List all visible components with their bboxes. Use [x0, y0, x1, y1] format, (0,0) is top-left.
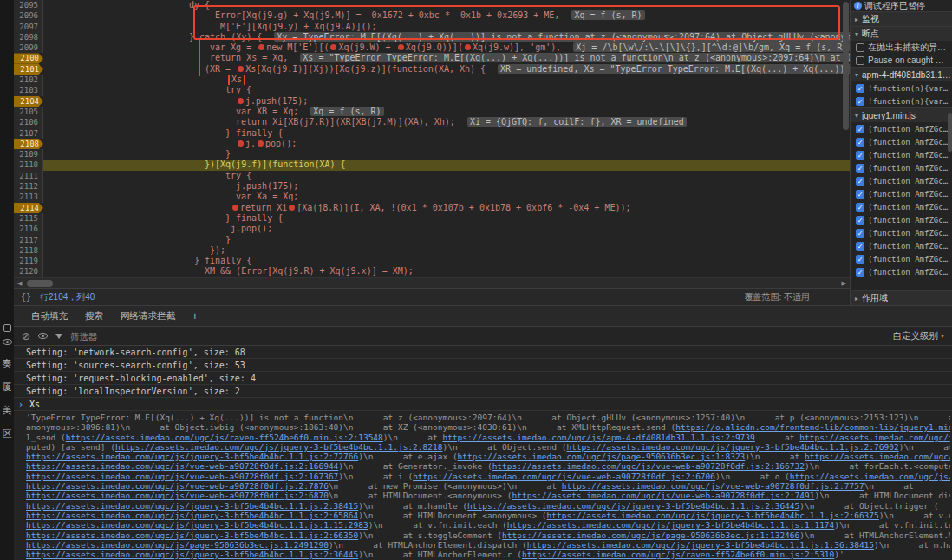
drawer-tab-2[interactable]: 网络请求拦截	[112, 306, 184, 326]
strip-glyph[interactable]: 厦	[3, 375, 12, 399]
scroll-right-arrow-icon[interactable]: ▶	[838, 280, 850, 287]
line-number[interactable]: 2105	[14, 107, 43, 117]
checkbox-checked[interactable]: ✓	[856, 177, 864, 186]
stack-frame-link[interactable]: https://assets.imedao.com/ugc/js/jquery-…	[527, 540, 874, 550]
breakpoint-file-header[interactable]: ▾apm-4-df4081db31.1…	[851, 67, 952, 81]
stack-frame-link[interactable]: https://assets.imedao.com/ugc/js/vue-web…	[26, 491, 329, 500]
breakpoint-entry[interactable]: ✓(function AmfZGc(){	[851, 148, 952, 161]
new-tab-button[interactable]: +	[184, 309, 206, 322]
line-number[interactable]: 2106	[14, 117, 43, 127]
checkbox-unchecked[interactable]	[856, 56, 864, 65]
checkbox-checked[interactable]: ✓	[856, 125, 864, 133]
checkbox-checked[interactable]: ✓	[856, 255, 864, 264]
stack-frame-link[interactable]: https://o.alicdn.com/frontend-lib/common…	[675, 422, 950, 432]
checkbox-checked[interactable]: ✓	[856, 97, 864, 106]
stack-frame-link[interactable]: https://assets.imedao.com/ugc/js/jquery-…	[26, 531, 358, 540]
inline-breakpoint-dot[interactable]	[258, 140, 264, 147]
stack-frame-link[interactable]: https://assets.imedao.com/ugc/js/page-95…	[458, 452, 746, 461]
checkbox-checked[interactable]: ✓	[856, 164, 864, 173]
line-number[interactable]: 2112	[14, 181, 43, 192]
scrollbar-thumb[interactable]	[843, 2, 849, 130]
clear-console-icon[interactable]: ⊘	[22, 331, 30, 342]
log-level-dropdown[interactable]: 自定义级别 ▾	[892, 330, 944, 342]
breakpoint-gutter[interactable]: 2108	[14, 139, 43, 149]
breakpoint-entry[interactable]: ✓(function AmfZGc(){	[851, 213, 952, 226]
breakpoint-entry[interactable]: ✓(function AmfZGc(){	[851, 265, 952, 278]
checkbox-checked[interactable]: ✓	[856, 216, 864, 225]
scope-section-header[interactable]: ▸ 作用域	[851, 290, 952, 305]
stack-frame-link[interactable]: https://assets.imedao.com/ugc/js/vue-web…	[26, 481, 329, 491]
breakpoint-entry[interactable]: ✓(function AmfZGc(){	[851, 187, 952, 200]
stack-frame-link[interactable]: https://assets.imedao.com/ugc/js/vue-web…	[413, 472, 715, 481]
breakpoint-gutter[interactable]: 2101	[14, 64, 43, 75]
pretty-print-button[interactable]: {}	[21, 292, 31, 302]
stack-frame-link[interactable]: https://assets.imedao.com/ugc/js/raven-f…	[522, 550, 834, 559]
stack-frame-link[interactable]: https://assets.imedao.com/ugc/js/jquery-…	[26, 511, 358, 520]
breakpoint-file-header[interactable]: ▾jquery1.min.js	[851, 107, 952, 122]
checkbox-checked[interactable]: ✓	[856, 242, 864, 251]
inline-breakpoint-dot[interactable]	[258, 44, 264, 50]
breakpoint-entry[interactable]: ✓(function AmfZGc(){	[851, 200, 952, 213]
breakpoint-gutter[interactable]: 2114	[14, 203, 43, 213]
inline-breakpoint-dot[interactable]	[465, 44, 471, 50]
stack-frame-link[interactable]: https://assets.imedao.com/ugc/js/vue-web…	[562, 481, 864, 491]
breakpoints-section-header[interactable]: ▾ 断点	[851, 26, 952, 41]
stack-frame-link[interactable]: https://assets.imedao.com/ugc/js/vue-web…	[790, 472, 950, 481]
checkbox-checked[interactable]: ✓	[856, 151, 864, 160]
stack-frame-link[interactable]: https://assets.imedao.com/ugc/js/raven-f…	[66, 433, 383, 442]
pause-caught-row[interactable]: Pause on caught exceptions	[851, 54, 952, 67]
inline-breakpoint-dot[interactable]	[289, 205, 295, 211]
breakpoint-entry[interactable]: ✓!function(n){var r=	[851, 94, 952, 107]
live-expression-eye-icon[interactable]	[38, 333, 48, 339]
checkbox-unchecked[interactable]	[856, 43, 864, 52]
line-number[interactable]: 2115	[14, 213, 43, 224]
editor-vertical-scrollbar[interactable]	[843, 0, 849, 276]
inline-breakpoint-dot[interactable]	[238, 98, 244, 104]
line-number[interactable]: 2117	[14, 235, 43, 245]
breakpoint-entry[interactable]: ✓(function AmfZGc(){	[851, 252, 952, 265]
inline-breakpoint-dot[interactable]	[398, 44, 404, 50]
breakpoint-entry[interactable]: ✓(function AmfZGc(){	[851, 239, 952, 252]
pause-uncaught-row[interactable]: 在抛出未捕获的异常时暂停	[851, 41, 952, 54]
stack-frame-link[interactable]: https://assets.imedao.com/ugc/js/jquery-…	[467, 501, 799, 511]
line-number[interactable]: 2109	[14, 149, 43, 160]
breakpoint-entry[interactable]: ✓(function AmfZGc(){	[851, 161, 952, 174]
stack-frame-link[interactable]: https://assets.imedao.com/ugc/js/jquery-…	[115, 442, 443, 452]
line-number[interactable]: 2110	[14, 160, 43, 170]
inline-breakpoint-dot[interactable]	[232, 205, 238, 211]
line-number[interactable]: 2099	[14, 42, 43, 53]
drawer-tab-0[interactable]: 自动填充	[23, 306, 76, 326]
strip-glyph[interactable]: 奏	[3, 352, 12, 375]
line-number[interactable]: 2103	[14, 85, 43, 95]
line-number[interactable]: 2098	[14, 32, 43, 42]
scroll-left-arrow-icon[interactable]: ◀	[14, 280, 25, 287]
stack-frame-link[interactable]: https://assets.imedao.com/ugc/js/jquery-…	[26, 501, 358, 511]
checkbox-checked[interactable]: ✓	[856, 190, 864, 199]
panel-icon[interactable]	[3, 324, 11, 332]
stack-frame-link[interactable]: https://assets.imedao.com/ugc/js/apm-4-d…	[799, 433, 950, 442]
scrollbar-track[interactable]	[25, 278, 838, 288]
editor-horizontal-scrollbar[interactable]: ◀ ▶	[14, 277, 850, 288]
line-number[interactable]: 2111	[14, 171, 43, 181]
inline-breakpoint-dot[interactable]	[330, 44, 336, 50]
line-number[interactable]: 2120	[14, 266, 43, 277]
scrollbar-thumb[interactable]	[27, 280, 53, 287]
checkbox-checked[interactable]: ✓	[856, 138, 864, 147]
line-number[interactable]: 2118	[14, 245, 43, 256]
checkbox-checked[interactable]: ✓	[856, 268, 864, 277]
breakpoint-entry[interactable]: ✓(function AmfZGc(){	[851, 226, 952, 239]
line-number[interactable]: 2096	[14, 10, 43, 21]
checkbox-checked[interactable]: ✓	[856, 84, 864, 93]
stack-frame-link[interactable]: https://assets.imedao.com/ugc/js/page-95…	[502, 531, 799, 540]
stack-frame-link[interactable]: https://assets.imedao.com/ugc/js/vue-web…	[26, 461, 338, 471]
line-number[interactable]: 2102	[14, 75, 43, 85]
inline-breakpoint-dot[interactable]	[238, 140, 244, 147]
stack-frame-link[interactable]: https://assets.imedao.com/ugc/js/vue-web…	[805, 452, 950, 461]
stack-frame-link[interactable]: https://assets.imedao.com/ugc/js/jquery-…	[547, 511, 879, 520]
line-number[interactable]: 2119	[14, 256, 43, 266]
line-number[interactable]: 2116	[14, 224, 43, 234]
scrollbar-thumb[interactable]	[948, 113, 952, 152]
line-number[interactable]: 2097	[14, 22, 43, 32]
sidebar-scrollbar[interactable]	[948, 0, 952, 305]
inline-breakpoint-dot[interactable]	[238, 66, 244, 72]
